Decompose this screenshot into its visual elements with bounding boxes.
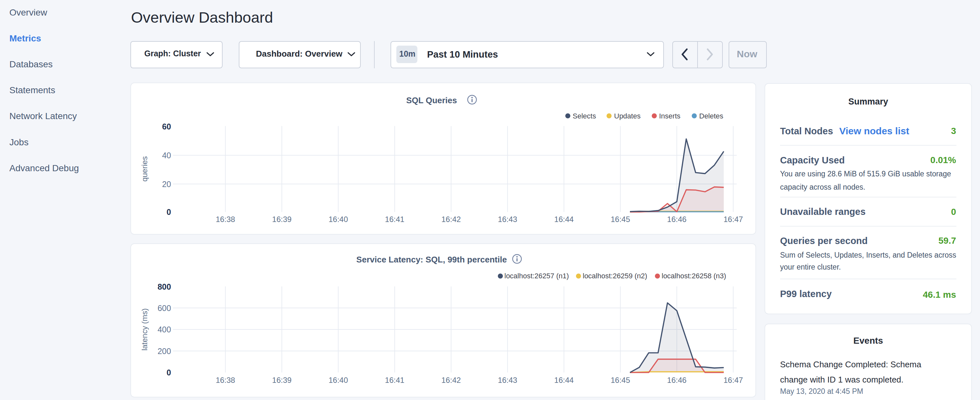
svg-text:20: 20: [162, 180, 171, 189]
svg-text:0: 0: [167, 368, 171, 377]
svg-text:Service Latency: SQL, 99th per: Service Latency: SQL, 99th percentile: [356, 255, 507, 265]
svg-text:16:45: 16:45: [611, 215, 630, 224]
svg-text:localhost:26257 (n1): localhost:26257 (n1): [504, 272, 569, 280]
svg-text:16:41: 16:41: [385, 376, 404, 384]
svg-text:200: 200: [158, 347, 171, 356]
svg-text:400: 400: [158, 325, 171, 334]
svg-text:16:46: 16:46: [667, 215, 687, 224]
svg-text:latency (ms): latency (ms): [140, 308, 149, 351]
svg-text:16:38: 16:38: [216, 376, 235, 384]
svg-text:16:46: 16:46: [667, 376, 687, 384]
svg-text:16:45: 16:45: [611, 376, 630, 384]
svg-text:60: 60: [162, 122, 171, 131]
svg-text:SQL Queries: SQL Queries: [406, 96, 457, 105]
svg-text:16:44: 16:44: [554, 376, 574, 384]
svg-text:16:41: 16:41: [385, 215, 404, 224]
svg-text:16:47: 16:47: [724, 215, 743, 224]
svg-text:16:40: 16:40: [328, 376, 348, 384]
svg-text:Inserts: Inserts: [659, 112, 680, 120]
svg-text:localhost:26259 (n2): localhost:26259 (n2): [583, 272, 647, 280]
svg-text:16:42: 16:42: [441, 215, 461, 224]
svg-text:localhost:26258 (n3): localhost:26258 (n3): [662, 272, 726, 280]
svg-text:800: 800: [158, 282, 171, 291]
svg-text:600: 600: [158, 304, 171, 312]
svg-text:Updates: Updates: [614, 112, 641, 120]
svg-text:16:42: 16:42: [441, 376, 461, 384]
svg-text:0: 0: [167, 207, 171, 217]
svg-text:16:43: 16:43: [498, 376, 517, 384]
svg-text:Selects: Selects: [573, 112, 596, 120]
svg-text:16:44: 16:44: [554, 215, 574, 224]
svg-text:16:47: 16:47: [724, 376, 743, 384]
svg-text:queries: queries: [140, 156, 149, 182]
svg-text:16:39: 16:39: [272, 376, 291, 384]
svg-text:16:39: 16:39: [272, 215, 291, 224]
svg-text:40: 40: [162, 151, 171, 160]
svg-text:16:40: 16:40: [328, 215, 348, 224]
svg-text:16:38: 16:38: [216, 215, 235, 224]
svg-text:16:43: 16:43: [498, 215, 517, 224]
svg-text:Deletes: Deletes: [699, 112, 724, 120]
